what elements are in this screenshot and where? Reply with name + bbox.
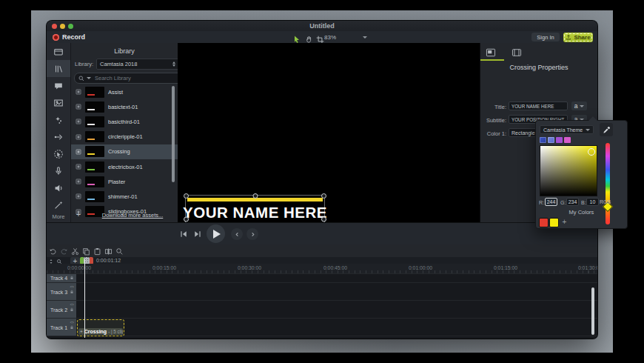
add-my-color-button[interactable]: +	[560, 218, 568, 226]
lock-icon[interactable]	[70, 290, 74, 294]
list-item[interactable]: shimmer-01	[71, 189, 178, 204]
track-toggle-icon[interactable]: <>	[70, 302, 74, 307]
sidebar-item-behaviors[interactable]	[47, 111, 70, 128]
sidebar-item-transitions[interactable]	[47, 94, 70, 111]
list-item[interactable]: basicthird-01	[71, 114, 178, 129]
sidebar-item-annotations[interactable]	[47, 77, 70, 94]
list-item[interactable]: basictext-01	[71, 99, 178, 114]
animations-icon	[53, 132, 64, 142]
list-item[interactable]: Assist	[71, 84, 178, 99]
my-color-swatch-yellow[interactable]	[549, 218, 559, 227]
gradient-cursor[interactable]	[588, 148, 595, 156]
track-header[interactable]: Track 3 <>	[47, 283, 77, 301]
track-toggle-icon[interactable]: <>	[70, 284, 74, 289]
add-to-library-button[interactable]: +	[74, 210, 83, 219]
playhead-line[interactable]	[84, 259, 85, 338]
theme-swatch-1[interactable]	[540, 137, 546, 143]
sidebar-item-cursor-effects[interactable]	[47, 145, 70, 162]
canvas-zoom-select[interactable]: 83%	[322, 33, 369, 41]
rgb-mode-label[interactable]: RGB	[600, 199, 611, 204]
sidebar-item-animations[interactable]	[47, 128, 70, 145]
tracks-area: Track 4 Track 3 <> Track 2 <> Track 1	[47, 273, 597, 339]
ruler-label: 0:01:15:00	[494, 265, 517, 270]
resize-handle-nw[interactable]	[184, 193, 189, 199]
sidebar-item-media[interactable]	[47, 43, 70, 60]
undo-button[interactable]	[48, 247, 57, 256]
my-color-swatch-red[interactable]	[539, 218, 549, 227]
pan-hand-icon[interactable]	[305, 33, 314, 42]
library-search[interactable]	[74, 73, 184, 84]
annotations-icon	[53, 81, 64, 91]
record-button[interactable]: Record	[53, 33, 85, 41]
share-button[interactable]: Share	[563, 33, 593, 42]
visual-properties-icon	[486, 48, 496, 57]
search-input[interactable]	[93, 74, 179, 82]
paste-button[interactable]	[93, 247, 101, 256]
resize-handle-w[interactable]	[184, 217, 189, 222]
b-field[interactable]	[586, 198, 599, 206]
title-field[interactable]	[509, 101, 568, 110]
track-toggle-icon[interactable]: <>	[70, 320, 74, 324]
canvas-stage[interactable]: YOUR NAME HERE YOUR POSITION RIGHT HERE	[178, 43, 480, 222]
playhead-time: 0:00:01:12	[96, 258, 121, 263]
sidebar-item-audio-effects[interactable]	[47, 179, 70, 196]
group-icon	[76, 119, 81, 124]
transitions-icon	[53, 98, 64, 108]
eyedropper-button[interactable]	[600, 123, 613, 136]
lock-icon[interactable]	[70, 307, 74, 312]
font-button-label: a	[574, 102, 578, 110]
color-theme-select[interactable]: Camtasia Theme	[540, 125, 594, 134]
g-field[interactable]	[566, 198, 579, 206]
magnifier-icon[interactable]	[115, 247, 124, 256]
saturation-brightness-gradient[interactable]	[540, 145, 597, 196]
timeline-ruler[interactable]: 0:00:00:00 0:00:15:00 0:00:30:00 0:00:45…	[47, 264, 597, 274]
split-button[interactable]	[104, 247, 113, 256]
sign-in-button[interactable]: Sign In	[531, 33, 560, 41]
sidebar-item-voice-narration[interactable]	[47, 162, 70, 179]
timeline-scrollbar[interactable]	[591, 287, 594, 335]
sidebar-item-library[interactable]	[47, 60, 70, 77]
list-item-selected[interactable]: Crossing	[71, 144, 178, 159]
theme-swatch-3[interactable]	[556, 137, 563, 143]
title-bar[interactable]: Untitled	[47, 21, 597, 32]
theme-swatch-2[interactable]	[548, 137, 554, 143]
tab-media-properties[interactable]	[509, 46, 525, 59]
list-item[interactable]: Plaster	[71, 174, 178, 189]
active-tab-underline	[480, 59, 504, 61]
previous-clip-button[interactable]	[231, 228, 243, 240]
selected-media-element[interactable]: YOUR NAME HERE YOUR POSITION RIGHT HERE	[185, 195, 325, 222]
track-name: Track 1	[50, 325, 67, 330]
lock-icon[interactable]	[70, 276, 74, 280]
track-header[interactable]: Track 2 <>	[47, 301, 77, 319]
library-scrollbar[interactable]	[172, 86, 175, 182]
list-item[interactable]: electricbox-01	[71, 159, 178, 174]
library-list: Assist basictext-01 basicthird-01 circle…	[71, 84, 178, 219]
next-clip-button[interactable]	[246, 228, 258, 240]
step-backward-button[interactable]	[178, 229, 189, 239]
resize-handle-n[interactable]	[252, 193, 258, 199]
list-item[interactable]: circleripple-01	[71, 130, 178, 144]
resize-handle-ne[interactable]	[321, 193, 326, 199]
lock-icon[interactable]	[70, 325, 74, 330]
share-label: Share	[574, 34, 590, 41]
resize-handle-e[interactable]	[321, 217, 326, 222]
step-forward-button[interactable]	[192, 229, 203, 239]
r-field[interactable]	[545, 198, 557, 206]
title-font-button[interactable]: a	[571, 101, 587, 110]
library-select[interactable]: Camtasia 2018	[96, 59, 179, 70]
sidebar-more-label[interactable]: More	[47, 213, 70, 220]
track-header[interactable]: Track 1 <>	[47, 319, 77, 336]
edit-cursor-icon[interactable]	[292, 33, 301, 42]
cut-button[interactable]	[70, 247, 79, 256]
redo-button[interactable]	[59, 247, 68, 256]
download-more-assets-link[interactable]: Download more assets...	[89, 212, 176, 219]
sidebar-item-visual-effects[interactable]	[47, 196, 70, 213]
tab-visual-properties[interactable]	[483, 46, 499, 59]
play-button[interactable]	[207, 224, 225, 243]
audio-effects-icon	[53, 183, 64, 193]
theme-swatch-4[interactable]	[564, 137, 571, 143]
copy-button[interactable]	[81, 247, 90, 256]
list-item-label: circleripple-01	[108, 133, 143, 140]
search-options-caret-icon	[87, 77, 91, 79]
ruler-label: 0:00:15:00	[152, 265, 176, 270]
